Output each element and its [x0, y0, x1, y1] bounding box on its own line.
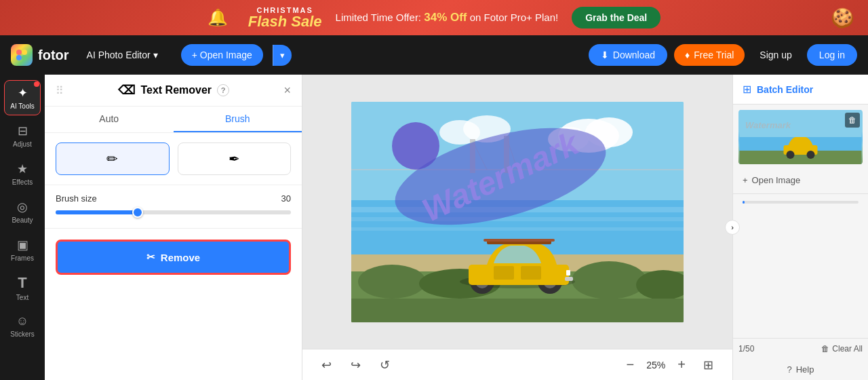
tool-panel-title: ⌫ Text Remover ?: [118, 83, 229, 98]
svg-point-0: [16, 50, 22, 55]
clear-all-button[interactable]: 🗑 Clear All: [821, 344, 863, 354]
sidebar-item-stickers[interactable]: ☺ Stickers: [4, 308, 41, 343]
ai-photo-editor-label: AI Photo Editor: [87, 50, 151, 60]
trash-icon: 🗑: [821, 344, 829, 354]
effects-icon: ★: [17, 162, 28, 176]
zoom-controls: − 25% + ⊞: [621, 354, 719, 375]
ai-photo-editor-button[interactable]: AI Photo Editor ▾: [80, 45, 165, 64]
brush-size-slider[interactable]: [56, 210, 291, 214]
free-trial-button[interactable]: ♦ Free Trial: [674, 44, 745, 66]
diamond-icon: ♦: [685, 50, 690, 60]
image-thumbnail: Watermark 🗑: [738, 110, 863, 164]
text-icon: T: [18, 274, 26, 292]
svg-rect-33: [469, 265, 569, 285]
svg-rect-38: [521, 266, 541, 280]
svg-point-1: [22, 50, 27, 55]
download-button[interactable]: ⬇ Download: [589, 44, 667, 66]
svg-point-3: [22, 55, 27, 60]
zoom-in-button[interactable]: +: [672, 354, 691, 375]
sidebar-item-text[interactable]: T Text: [4, 270, 41, 305]
offer-text: Limited Time Offer: 34% Off on Fotor Pro…: [336, 11, 559, 24]
brush1-icon: ✏: [106, 151, 118, 167]
undo-button[interactable]: ↩: [316, 355, 337, 375]
main-layout: ✦ AI Tools ⊟ Adjust ★ Effects ◎ Beauty ▣…: [0, 75, 868, 380]
svg-point-45: [807, 151, 815, 159]
right-panel-header: ⊞ Batch Editor ›: [733, 75, 868, 104]
logo-icon: [11, 44, 33, 66]
login-button[interactable]: Log in: [807, 44, 857, 66]
open-image-button[interactable]: + Open Image: [181, 44, 263, 66]
svg-rect-37: [494, 266, 514, 280]
brush-size-value: 30: [281, 193, 291, 204]
brush-option-2[interactable]: ✒: [178, 142, 292, 175]
svg-point-2: [16, 55, 22, 60]
svg-rect-35: [484, 239, 555, 242]
header-right: ⬇ Download ♦ Free Trial Sign up Log in: [589, 44, 857, 66]
left-sidebar: ✦ AI Tools ⊟ Adjust ★ Effects ◎ Beauty ▣…: [0, 75, 45, 380]
progress-bar-fill: [743, 201, 745, 204]
brush-size-row: Brush size 30: [45, 185, 302, 229]
brush2-icon: ✒: [229, 151, 240, 167]
remove-button[interactable]: ✂ Remove: [56, 240, 291, 275]
close-panel-button[interactable]: ×: [283, 83, 291, 98]
thumbnail-delete-button[interactable]: 🗑: [845, 113, 860, 128]
canvas-container[interactable]: Watermark: [302, 75, 732, 349]
sidebar-item-label-text: Text: [16, 294, 28, 301]
canvas-image: Watermark: [351, 102, 684, 322]
header: fotor AI Photo Editor ▾ + Open Image ▾ ⬇…: [0, 35, 868, 75]
sidebar-item-adjust[interactable]: ⊟ Adjust: [4, 118, 41, 153]
logo-text: fotor: [38, 48, 69, 63]
chevron-down-icon: ▾: [153, 50, 158, 60]
svg-rect-17: [351, 217, 684, 221]
tab-auto[interactable]: Auto: [45, 107, 174, 132]
collapse-panel-button[interactable]: ›: [725, 220, 740, 235]
reset-button[interactable]: ↺: [374, 355, 395, 375]
help-circle-icon: ?: [787, 364, 792, 375]
flash-sale-label: Flash Sale: [248, 14, 322, 29]
frames-icon: ▣: [17, 238, 28, 252]
svg-rect-25: [351, 299, 684, 322]
brush-option-1[interactable]: ✏: [56, 142, 170, 175]
drag-handle-icon: ⠿: [56, 84, 64, 97]
help-button[interactable]: ? Help: [733, 359, 868, 380]
panel-divider: [733, 193, 868, 194]
open-image-plus-icon: +: [743, 175, 748, 185]
progress-bar-container: [733, 197, 868, 208]
page-count: 1/50: [738, 344, 754, 354]
sidebar-item-wrapper-ai-tools: ✦ AI Tools: [4, 80, 41, 115]
svg-point-23: [572, 261, 646, 299]
zoom-level: 25%: [646, 360, 665, 370]
canvas-background: Watermark: [351, 102, 684, 322]
fit-screen-button[interactable]: ⊞: [698, 355, 719, 375]
svg-rect-39: [565, 277, 573, 281]
sidebar-item-beauty[interactable]: ◎ Beauty: [4, 194, 41, 229]
grab-deal-button[interactable]: Grab the Deal: [572, 7, 660, 28]
batch-editor-icon: ⊞: [743, 83, 751, 96]
sidebar-item-effects[interactable]: ★ Effects: [4, 156, 41, 191]
sidebar-item-label-stickers: Stickers: [10, 330, 35, 338]
stickers-icon: ☺: [16, 314, 28, 328]
active-dot: [34, 81, 39, 87]
logo[interactable]: fotor: [11, 44, 69, 66]
right-panel-footer: 1/50 🗑 Clear All: [733, 338, 868, 359]
sidebar-item-label-beauty: Beauty: [12, 216, 33, 224]
right-panel: ⊞ Batch Editor › Watermark 🗑: [732, 75, 868, 380]
zoom-out-button[interactable]: −: [621, 354, 640, 375]
open-image-panel-button[interactable]: + Open Image: [733, 170, 868, 191]
svg-rect-36: [566, 270, 570, 276]
adjust-icon: ⊟: [18, 124, 28, 138]
canvas-area: Watermark ↩ ↪ ↺ − 25% + ⊞: [302, 75, 732, 380]
help-circle-icon[interactable]: ?: [217, 84, 229, 96]
slider-fill: [56, 210, 138, 214]
redo-button[interactable]: ↪: [345, 355, 366, 375]
canvas-toolbar: ↩ ↪ ↺ − 25% + ⊞: [302, 349, 732, 380]
sidebar-item-label-ai-tools: AI Tools: [10, 102, 34, 110]
signup-button[interactable]: Sign up: [751, 44, 800, 66]
sidebar-item-label-effects: Effects: [12, 178, 33, 186]
text-remover-icon: ⌫: [118, 83, 135, 98]
svg-point-44: [787, 151, 795, 159]
ornament-icon: 🔔: [208, 8, 228, 27]
sidebar-item-frames[interactable]: ▣ Frames: [4, 232, 41, 267]
open-image-dropdown-button[interactable]: ▾: [273, 45, 292, 66]
tab-brush[interactable]: Brush: [174, 107, 302, 132]
